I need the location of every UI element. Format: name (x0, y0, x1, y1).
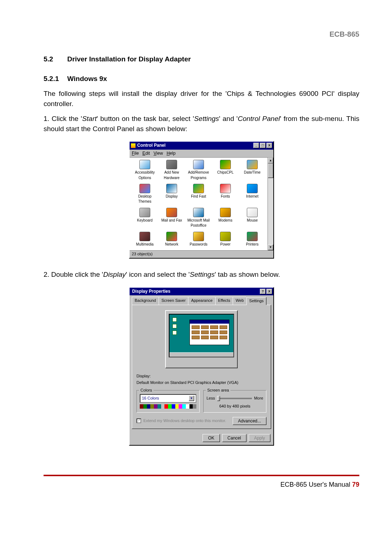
cp-icon-internet[interactable]: Internet (239, 184, 265, 206)
close-button[interactable]: X (266, 143, 272, 148)
app-icon (247, 160, 258, 169)
cp-icon-add-new-hardware[interactable]: Add New Hardware (159, 160, 185, 182)
ok-button[interactable]: OK (203, 434, 220, 442)
app-icon (166, 232, 177, 241)
cp-icon-modems[interactable]: Modems (212, 208, 238, 230)
icon-label: Mouse (247, 218, 258, 223)
tab-effects[interactable]: Effects (215, 297, 233, 305)
scroll-thumb[interactable] (268, 163, 273, 178)
cp-icon-accessibility-options[interactable]: Accessibility Options (132, 160, 158, 182)
cp-icon-mouse[interactable]: Mouse (239, 208, 265, 230)
app-icon (193, 184, 204, 193)
system-icon[interactable] (131, 143, 136, 148)
tab-settings[interactable]: Settings (246, 297, 267, 305)
resolution-value: 640 by 480 pixels (207, 404, 263, 409)
step1-controlpanel: Control Panel (238, 115, 280, 122)
icon-label: Passwords (190, 242, 208, 247)
scroll-up[interactable]: ▲ (268, 158, 273, 163)
colors-value: 16 Colors (142, 396, 159, 401)
cancel-button[interactable]: Cancel (222, 434, 246, 442)
cp-icon-multimedia[interactable]: Multimedia (132, 232, 158, 248)
colors-group: Colors 16 Colors ▼ (136, 390, 200, 413)
step2-display: Display (103, 271, 126, 278)
scrollbar[interactable]: ▲ ▼ (268, 158, 273, 250)
icon-label: Add/Remove Programs (185, 170, 212, 181)
menu-help[interactable]: Help (167, 150, 176, 157)
cp-icon-date-time[interactable]: Date/Time (239, 160, 265, 182)
display-value: Default Monitor on Standard PCI Graphics… (136, 380, 266, 386)
tab-web[interactable]: Web (233, 297, 246, 305)
help-button[interactable]: ? (260, 289, 266, 294)
step1-start: Start (82, 115, 97, 122)
icon-label: Add New Hardware (159, 170, 185, 181)
step2-text: 2. Double click the ' (44, 271, 103, 278)
tab-screen-saver[interactable]: Screen Saver (159, 297, 189, 305)
icon-label: Find Fast (191, 194, 206, 199)
intro-paragraph: The following steps will install the dis… (44, 89, 359, 109)
section-number: 5.2 (44, 54, 65, 64)
maximize-button[interactable]: □ (260, 143, 266, 148)
icon-label: Power (220, 242, 230, 247)
icon-label: Printers (246, 242, 258, 247)
app-icon (220, 232, 231, 241)
tab-background[interactable]: Background (132, 297, 159, 305)
resolution-slider[interactable] (217, 398, 252, 399)
window-title: Control Panel (137, 142, 253, 149)
extend-label: Extend my Windows desktop onto this moni… (143, 418, 230, 424)
icon-label: Date/Time (244, 170, 261, 175)
cp-icon-fonts[interactable]: Fonts (212, 184, 238, 206)
cp-icon-add-remove-programs[interactable]: Add/Remove Programs (185, 160, 212, 182)
menu-view[interactable]: View (154, 150, 163, 157)
icon-label: Fonts (221, 194, 230, 199)
app-icon (247, 208, 258, 217)
step1-text2: ' button on the task bar, select ' (97, 115, 194, 122)
apply-button[interactable]: Apply (249, 434, 270, 442)
scroll-down[interactable]: ▼ (268, 244, 273, 250)
extend-checkbox[interactable]: ✓ (136, 418, 141, 423)
app-icon (193, 232, 204, 241)
cp-icon-printers[interactable]: Printers (239, 232, 265, 248)
slider-handle[interactable] (217, 396, 220, 401)
page-footer: ECB-865 User's Manual 79 (44, 475, 359, 489)
step2-settings: Settings (190, 271, 215, 278)
desktop-icon (172, 324, 177, 328)
chevron-down-icon[interactable]: ▼ (189, 396, 194, 401)
icon-label: Desktop Themes (132, 194, 158, 204)
cp-icon-find-fast[interactable]: Find Fast (185, 184, 212, 206)
menu-edit[interactable]: Edit (142, 150, 150, 157)
cp-icon-display[interactable]: Display (159, 184, 185, 206)
cp-icon-keyboard[interactable]: Keyboard (132, 208, 158, 230)
colors-combo[interactable]: 16 Colors ▼ (140, 394, 196, 403)
monitor-preview (136, 310, 266, 368)
menu-file[interactable]: File (132, 150, 139, 157)
header-model: ECB-865 (44, 29, 359, 40)
app-icon (220, 208, 231, 217)
cp-icon-chipscpl[interactable]: ChipsCPL (212, 160, 238, 182)
cp-icon-power[interactable]: Power (212, 232, 238, 248)
titlebar[interactable]: Control Panel _ □ X (130, 142, 273, 149)
cp-icon-microsoft-mail-postoffice[interactable]: Microsoft Mail Postoffice (185, 208, 212, 230)
subsection-title: Windows 9x (67, 75, 107, 82)
desktop-icon (172, 331, 177, 335)
step1-settings: Settings (194, 115, 219, 122)
cp-icon-network[interactable]: Network (159, 232, 185, 248)
step2-text3: ' tab as shown below. (215, 271, 280, 278)
screen-area-legend: Screen area (206, 388, 230, 393)
step1-text3: ' and ' (219, 115, 238, 122)
icon-label: Network (165, 242, 179, 247)
dlg-titlebar[interactable]: Display Properties ? X (130, 288, 273, 295)
close-button[interactable]: X (266, 289, 272, 294)
display-label: Display: (136, 373, 266, 379)
icon-label: Modems (219, 218, 232, 223)
minimize-button[interactable]: _ (253, 143, 259, 148)
advanced-button[interactable]: Advanced... (233, 417, 266, 425)
subsection-number: 5.2.1 (44, 74, 65, 84)
app-icon (166, 208, 177, 217)
cp-icon-mail-and-fax[interactable]: Mail and Fax (159, 208, 185, 230)
color-bar (140, 404, 196, 409)
less-label: Less (207, 396, 215, 401)
tab-appearance[interactable]: Appearance (188, 297, 215, 305)
scroll-track[interactable] (268, 178, 273, 244)
cp-icon-passwords[interactable]: Passwords (185, 232, 212, 248)
cp-icon-desktop-themes[interactable]: Desktop Themes (132, 184, 158, 206)
